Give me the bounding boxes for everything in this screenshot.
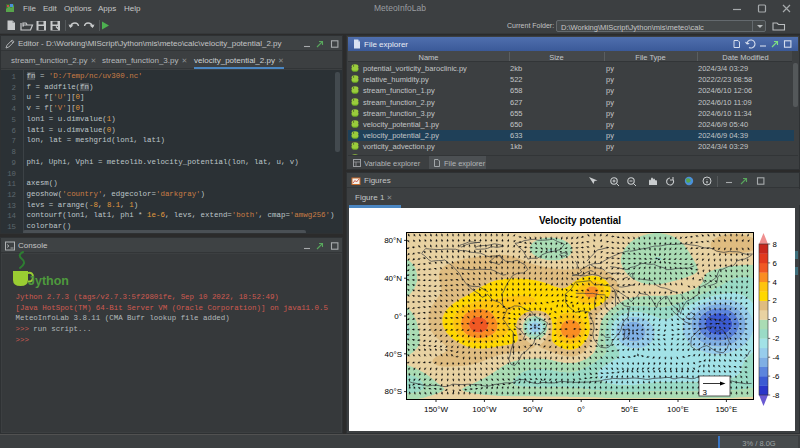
svg-text:-4: -4 — [773, 353, 781, 362]
svg-text:40°N: 40°N — [384, 274, 402, 283]
svg-text:-2: -2 — [773, 334, 780, 343]
svg-text:Velocity potential: Velocity potential — [539, 215, 621, 226]
svg-text:100°W: 100°W — [472, 405, 497, 414]
svg-text:100°E: 100°E — [667, 405, 689, 414]
svg-text:-8: -8 — [773, 391, 780, 400]
svg-text:8: 8 — [773, 240, 777, 249]
svg-text:50°W: 50°W — [523, 405, 543, 414]
svg-text:-6: -6 — [773, 372, 780, 381]
svg-text:0°: 0° — [577, 405, 585, 414]
svg-text:0: 0 — [773, 315, 778, 324]
svg-text:80°N: 80°N — [384, 236, 402, 245]
svg-text:150°W: 150°W — [424, 405, 449, 414]
svg-text:50°E: 50°E — [621, 405, 638, 414]
svg-text:40°S: 40°S — [385, 350, 402, 359]
svg-text:3: 3 — [703, 388, 708, 397]
svg-text:6: 6 — [773, 259, 777, 268]
svg-text:80°S: 80°S — [385, 387, 402, 396]
svg-text:0°: 0° — [394, 312, 402, 321]
svg-text:2: 2 — [773, 296, 777, 305]
svg-text:150°E: 150°E — [715, 405, 737, 414]
svg-text:4: 4 — [773, 278, 778, 287]
